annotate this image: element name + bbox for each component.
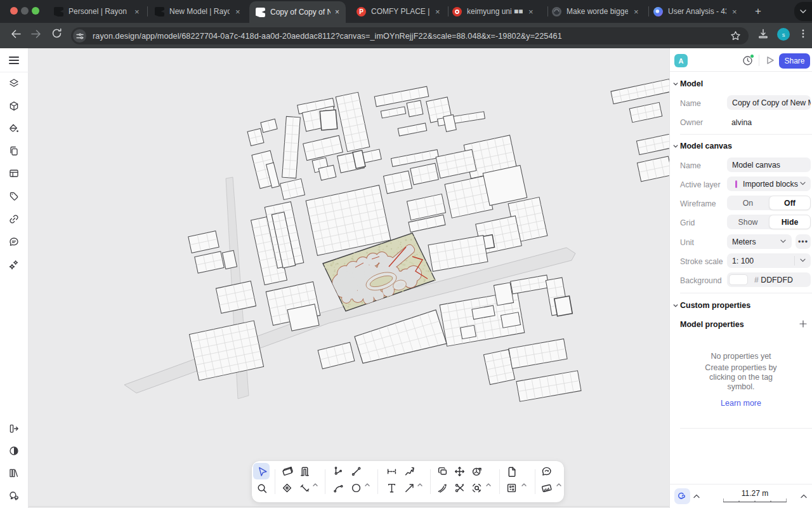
svg-text:P: P <box>359 8 363 15</box>
